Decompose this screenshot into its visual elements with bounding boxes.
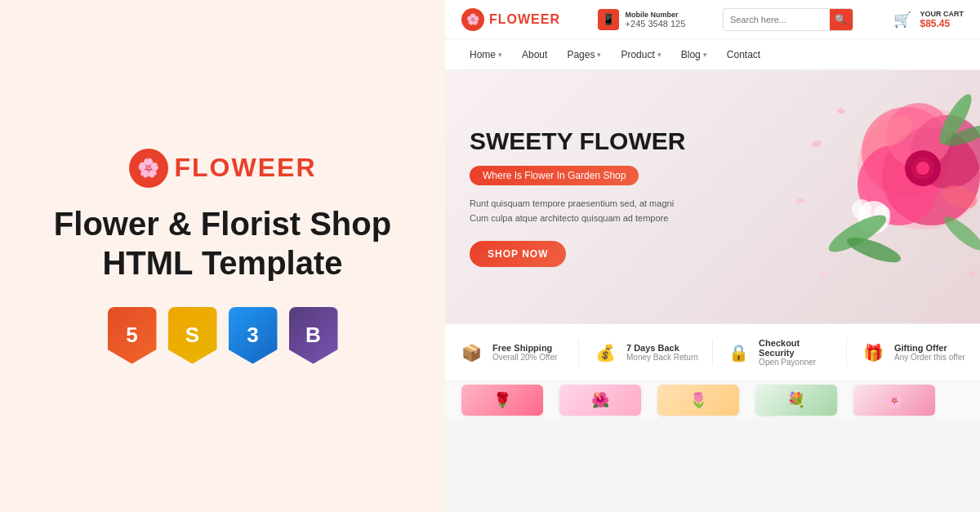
feature-shipping-desc: Overall 20% Offer bbox=[492, 353, 557, 362]
contact-label: Mobile Number bbox=[626, 11, 686, 19]
phone-icon: 📱 bbox=[598, 9, 619, 30]
feature-shipping-title: Free Shipping bbox=[492, 343, 557, 353]
logo-text: FLOWEER bbox=[489, 12, 560, 27]
svg-point-21 bbox=[967, 271, 976, 278]
feature-gifting-title: Gifting Offer bbox=[894, 343, 965, 353]
product-image-5: 🌸 bbox=[853, 385, 935, 416]
feature-security: 🔒 Checkout Security Open Payonner bbox=[713, 338, 847, 367]
contact-number: +245 3548 125 bbox=[626, 19, 686, 29]
shop-now-button[interactable]: SHOP NOW bbox=[470, 241, 566, 267]
product-card-3[interactable]: 🌷 bbox=[657, 385, 739, 416]
tech-badges: 5 S 3 B bbox=[108, 307, 338, 364]
search-button[interactable]: 🔍 bbox=[830, 8, 853, 31]
product-image-4: 💐 bbox=[755, 385, 837, 416]
chevron-down-icon: ▾ bbox=[657, 51, 662, 59]
svg-point-17 bbox=[811, 139, 822, 149]
cart-widget[interactable]: 🛒 YOUR CART $85.45 bbox=[891, 8, 964, 31]
svg-point-18 bbox=[836, 108, 845, 114]
nav-contact[interactable]: Contact bbox=[719, 42, 768, 67]
features-bar: 📦 Free Shipping Overall 20% Offer 💰 7 Da… bbox=[445, 323, 980, 381]
hero-flower-decoration bbox=[735, 70, 980, 323]
hero-section: SWEETY FLOWER Where Is Flower In Garden … bbox=[445, 70, 980, 323]
chevron-down-icon: ▾ bbox=[498, 51, 502, 59]
svg-point-19 bbox=[796, 198, 805, 204]
product-image-1: 🌹 bbox=[461, 385, 543, 416]
nav-about[interactable]: About bbox=[514, 42, 555, 67]
product-title: Flower & Florist Shop HTML Template bbox=[54, 204, 391, 283]
hero-subtitle: Where Is Flower In Garden Shop bbox=[470, 166, 639, 185]
nav-home[interactable]: Home ▾ bbox=[461, 42, 510, 67]
product-card-1[interactable]: 🌹 bbox=[461, 385, 543, 416]
sass-badge: S bbox=[168, 307, 217, 364]
feature-gifting-desc: Any Order this offer bbox=[894, 353, 965, 362]
product-image-2: 🌺 bbox=[559, 385, 641, 416]
shipping-icon: 📦 bbox=[458, 340, 484, 366]
nav-bar: Home ▾ About Pages ▾ Product ▾ Blog ▾ Co… bbox=[445, 39, 980, 70]
feature-security-desc: Open Payonner bbox=[759, 358, 833, 367]
svg-point-13 bbox=[844, 233, 904, 268]
product-card-2[interactable]: 🌺 bbox=[559, 385, 641, 416]
svg-point-10 bbox=[852, 199, 871, 219]
product-image-3: 🌷 bbox=[657, 385, 739, 416]
search-input[interactable] bbox=[724, 15, 830, 24]
hero-content: SWEETY FLOWER Where Is Flower In Garden … bbox=[445, 102, 710, 291]
product-card-4[interactable]: 💐 bbox=[755, 385, 837, 416]
brand-logo: 🌸 FLOWEER bbox=[129, 149, 317, 188]
feature-security-title: Checkout Security bbox=[759, 338, 833, 358]
right-panel: 🌸 FLOWEER 📱 Mobile Number +245 3548 125 … bbox=[445, 0, 980, 512]
site-logo[interactable]: 🌸 FLOWEER bbox=[461, 8, 560, 31]
brand-icon: 🌸 bbox=[129, 149, 168, 188]
nav-blog[interactable]: Blog ▾ bbox=[673, 42, 715, 67]
left-panel: 🌸 FLOWEER Flower & Florist Shop HTML Tem… bbox=[0, 0, 445, 512]
nav-pages[interactable]: Pages ▾ bbox=[559, 42, 609, 67]
svg-point-20 bbox=[819, 269, 831, 279]
logo-icon: 🌸 bbox=[461, 8, 484, 31]
top-bar: 🌸 FLOWEER 📱 Mobile Number +245 3548 125 … bbox=[445, 0, 980, 39]
product-card-5[interactable]: 🌸 bbox=[853, 385, 935, 416]
feature-gifting: 🎁 Gifting Offer Any Order this offer bbox=[847, 340, 980, 366]
hero-description: Runt quisquam tempore praesentium sed, a… bbox=[470, 197, 682, 225]
svg-point-16 bbox=[940, 212, 980, 255]
feature-shipping: 📦 Free Shipping Overall 20% Offer bbox=[445, 340, 579, 366]
gift-icon: 🎁 bbox=[860, 340, 886, 366]
brand-name: FLOWEER bbox=[175, 153, 317, 183]
css3-badge: 3 bbox=[229, 307, 278, 364]
product-strip: 🌹 🌺 🌷 💐 🌸 bbox=[445, 381, 980, 419]
search-bar[interactable]: 🔍 bbox=[723, 8, 853, 31]
chevron-down-icon: ▾ bbox=[703, 51, 707, 59]
cart-icon: 🛒 bbox=[891, 8, 914, 31]
returns-icon: 💰 bbox=[592, 340, 618, 366]
hero-title: SWEETY FLOWER bbox=[470, 127, 685, 156]
svg-point-8 bbox=[916, 162, 929, 175]
chevron-down-icon: ▾ bbox=[597, 51, 601, 59]
feature-returns-title: 7 Days Back bbox=[626, 343, 698, 353]
feature-returns: 💰 7 Days Back Money Back Return bbox=[579, 340, 713, 366]
cart-price: $85.45 bbox=[920, 18, 964, 29]
contact-info: 📱 Mobile Number +245 3548 125 bbox=[598, 9, 686, 30]
feature-returns-desc: Money Back Return bbox=[626, 353, 698, 362]
nav-product[interactable]: Product ▾ bbox=[612, 42, 669, 67]
cart-label: YOUR CART bbox=[920, 10, 964, 18]
bootstrap-badge: B bbox=[289, 307, 338, 364]
html5-badge: 5 bbox=[108, 307, 157, 364]
security-icon: 🔒 bbox=[726, 340, 751, 366]
